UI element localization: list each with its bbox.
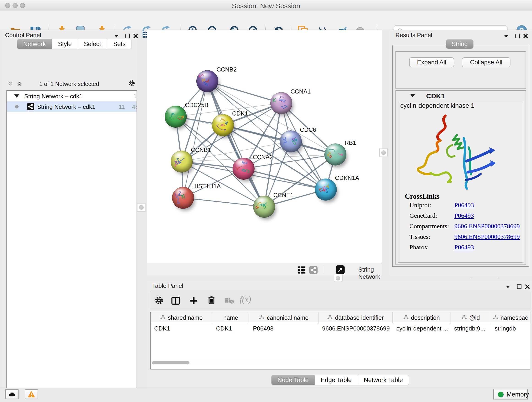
node-label-cdkn1a: CDKN1A bbox=[335, 174, 359, 182]
table-cell[interactable]: stringdb:9... bbox=[450, 324, 491, 334]
table-options-gear-icon[interactable] bbox=[154, 296, 164, 305]
column-header-shared-name[interactable]: shared name bbox=[151, 312, 212, 323]
node-rb1[interactable] bbox=[324, 143, 346, 166]
table-cell[interactable]: CDK1 bbox=[212, 324, 249, 334]
warning-icon bbox=[27, 390, 36, 398]
control-panel-menu-icon[interactable] bbox=[114, 33, 119, 39]
node-cdc6[interactable] bbox=[280, 130, 302, 153]
table-cell[interactable]: P06493 bbox=[249, 324, 318, 334]
column-header--id[interactable]: @id bbox=[450, 312, 491, 323]
table-panel-menu-icon[interactable] bbox=[505, 284, 511, 290]
collection-expander-icon[interactable] bbox=[14, 95, 19, 98]
edge-ccnb2-hist1h1a[interactable] bbox=[183, 81, 207, 198]
control-panel-float-icon[interactable] bbox=[124, 33, 130, 39]
network-row[interactable]: String Network – cdk1 11 48 bbox=[7, 101, 137, 112]
table-cell[interactable]: 9606.ENSP00000378699 bbox=[318, 324, 393, 334]
results-panel-float-icon[interactable] bbox=[514, 33, 520, 39]
left-splitter-handle[interactable] bbox=[137, 203, 146, 211]
results-panel-menu-icon[interactable] bbox=[503, 33, 509, 39]
scrollbar-thumb[interactable] bbox=[152, 361, 190, 364]
control-panel-close-icon[interactable] bbox=[133, 33, 139, 39]
column-type-icon bbox=[462, 315, 467, 320]
tab-select[interactable]: Select bbox=[78, 39, 107, 49]
horizontal-scrollbar[interactable] bbox=[152, 361, 530, 365]
crosslink-link[interactable]: 9606.ENSP00000378699 bbox=[454, 233, 520, 240]
edge-hist1h1a-ccne1[interactable] bbox=[183, 198, 264, 207]
edge-ccnb2-ccna1[interactable] bbox=[207, 81, 281, 103]
column-header-canonical-name[interactable]: canonical name bbox=[249, 312, 318, 323]
node-cdk1[interactable] bbox=[212, 114, 234, 136]
crosslinks-header: CrossLinks bbox=[405, 192, 439, 201]
crosslink-link[interactable]: P06493 bbox=[454, 212, 474, 219]
column-type-icon bbox=[160, 315, 166, 320]
edge-cdk1-rb1[interactable] bbox=[223, 125, 336, 154]
cloud-button[interactable] bbox=[5, 389, 19, 399]
network-canvas[interactable]: CCNB2CCNA1CDC25BCDK1CDC6RB1CCNB1CCNA2CDK… bbox=[147, 30, 382, 263]
node-cdc25b[interactable] bbox=[165, 106, 187, 128]
crosslink-link[interactable]: P06493 bbox=[454, 244, 474, 251]
node-table: shared namenamecanonical namedatabase id… bbox=[150, 312, 530, 370]
network-label: String Network – cdk1 bbox=[37, 103, 95, 110]
node-label-cdc6: CDC6 bbox=[300, 126, 316, 133]
node-ccnb2[interactable] bbox=[196, 70, 218, 92]
column-header-description[interactable]: description bbox=[393, 312, 450, 323]
gene-section-header[interactable]: CDK1 bbox=[396, 91, 526, 101]
warnings-button[interactable] bbox=[25, 389, 38, 399]
toolbar-separator bbox=[323, 265, 323, 274]
table-row[interactable]: CDK1CDK1P064939606.ENSP00000378699cyclin… bbox=[151, 324, 530, 334]
gene-description: cyclin-dependent kinase 1 bbox=[400, 102, 475, 109]
tab-edge-table[interactable]: Edge Table bbox=[315, 375, 358, 385]
grid-view-icon[interactable] bbox=[298, 266, 306, 274]
results-panel-title: Results Panel bbox=[395, 32, 432, 39]
table-cell[interactable]: CDK1 bbox=[151, 324, 212, 334]
network-view-icon[interactable] bbox=[309, 266, 317, 274]
tab-style[interactable]: Style bbox=[52, 39, 78, 49]
collapse-all-button[interactable]: Collapse All bbox=[462, 57, 510, 67]
tab-network[interactable]: Network bbox=[17, 39, 52, 49]
show-columns-icon[interactable] bbox=[171, 296, 181, 306]
protein-ribbon-thumbnail bbox=[235, 161, 252, 175]
node-cdkn1a[interactable] bbox=[315, 179, 337, 201]
column-type-icon bbox=[493, 315, 498, 320]
node-hist1h1a[interactable] bbox=[172, 187, 194, 209]
column-header-name[interactable]: name bbox=[212, 312, 249, 323]
node-ccnb1[interactable] bbox=[171, 151, 193, 172]
function-builder-icon[interactable]: f(x) bbox=[240, 294, 251, 304]
node-ccna2[interactable] bbox=[233, 158, 254, 180]
table-cell[interactable]: cyclin-dependent ... bbox=[393, 324, 450, 334]
tab-sets[interactable]: Sets bbox=[107, 39, 132, 49]
results-panel-close-icon[interactable] bbox=[523, 33, 529, 39]
memory-button[interactable]: Memory bbox=[493, 389, 528, 400]
bottom-splitter-handle[interactable] bbox=[334, 274, 342, 281]
crosslink-row: Tissues:9606.ENSP00000378699 bbox=[409, 233, 430, 240]
network-selection-bar: 1 of 1 Network selected bbox=[2, 78, 137, 89]
expand-all-button[interactable]: Expand All bbox=[409, 57, 454, 67]
table-cell[interactable]: stringdb bbox=[491, 324, 530, 334]
network-current-dot bbox=[15, 105, 19, 108]
node-ccna1[interactable] bbox=[270, 92, 292, 114]
node-ccne1[interactable] bbox=[253, 196, 275, 218]
right-splitter-handle[interactable] bbox=[380, 148, 388, 157]
node-label-ccne1: CCNE1 bbox=[273, 191, 293, 199]
create-column-icon[interactable] bbox=[189, 296, 198, 306]
column-header-database-identifier[interactable]: database identifier bbox=[318, 312, 393, 323]
crosslink-link[interactable]: 9606.ENSP00000378699 bbox=[454, 223, 520, 230]
gene-expander-icon[interactable] bbox=[410, 94, 415, 97]
tab-string[interactable]: String bbox=[446, 39, 473, 49]
network-options-gear-icon[interactable] bbox=[128, 80, 135, 87]
tab-node-table[interactable]: Node Table bbox=[272, 375, 315, 385]
table-panel-close-icon[interactable] bbox=[525, 284, 530, 290]
results-panel: Results Panel String Expand All Collapse… bbox=[389, 30, 532, 276]
crosslink-link[interactable]: P06493 bbox=[454, 201, 474, 209]
column-type-icon bbox=[403, 315, 409, 320]
delete-table-icon[interactable] bbox=[225, 297, 234, 304]
network-tree: String Network – cdk1 1 String Network –… bbox=[6, 90, 137, 402]
birds-eye-view-icon[interactable] bbox=[336, 265, 345, 274]
protein-ribbon-thumbnail bbox=[214, 118, 232, 132]
column-header-namespac[interactable]: namespac bbox=[491, 312, 530, 323]
table-panel-float-icon[interactable] bbox=[516, 284, 522, 290]
control-panel-tabs: NetworkStyleSelectSets bbox=[17, 39, 132, 49]
tab-network-table[interactable]: Network Table bbox=[358, 375, 409, 385]
delete-column-icon[interactable] bbox=[207, 295, 216, 305]
network-collection-row[interactable]: String Network – cdk1 1 bbox=[7, 91, 137, 101]
